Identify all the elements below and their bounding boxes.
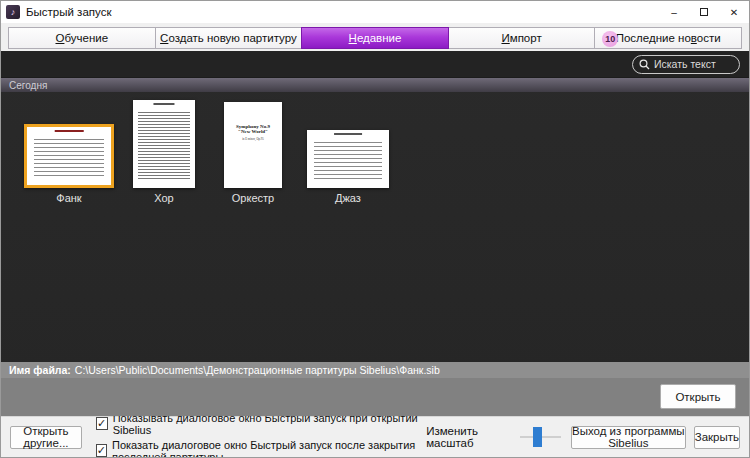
show-after-close-option[interactable]: ✓ Показать диалоговое окно Быстрый запус… (96, 439, 426, 458)
open-button[interactable]: Открыть (660, 384, 736, 409)
quick-start-dialog: ♪ Быстрый запуск – ✕ Обучение Создать но… (0, 0, 750, 458)
open-row: Открыть (1, 378, 749, 416)
zoom-label: Изменить масштаб (426, 425, 512, 449)
score-staff-decor (34, 139, 105, 177)
maximize-button[interactable] (689, 1, 719, 23)
list-item-jazz[interactable]: Джаз (299, 98, 397, 204)
checkbox-label: Показать диалоговое окно Быстрый запуск … (112, 439, 426, 458)
sibelius-app-icon: ♪ (6, 5, 20, 19)
tab-bar: Обучение Создать новую партитуру Недавни… (1, 23, 749, 51)
score-title-decor (334, 133, 362, 135)
thumbnail-label: Джаз (335, 192, 361, 204)
filename-label: Имя файла: (9, 364, 71, 376)
quit-sibelius-button[interactable]: Выход из программы Sibelius (571, 426, 686, 449)
close-button[interactable]: ✕ (719, 1, 749, 23)
filename-bar: Имя файла: C:\Users\Public\Documents\Дем… (1, 362, 749, 378)
tab-import[interactable]: Импорт (448, 27, 596, 49)
maximize-icon (700, 8, 708, 16)
zoom-slider-handle[interactable] (533, 427, 542, 447)
minimize-icon: – (671, 7, 677, 18)
checkbox-checked-icon[interactable]: ✓ (96, 444, 107, 457)
bottom-bar: Открыть другие... ✓ Показывать диалогово… (1, 416, 749, 457)
empty-area (1, 204, 749, 362)
thumbnail-label: Хор (154, 192, 173, 204)
list-item-funk[interactable]: Фанк (21, 98, 117, 204)
window-title: Быстрый запуск (26, 6, 111, 18)
score-staff-decor (314, 142, 383, 180)
score-title-page: Symphony No.9 "New World" in E minor, Op… (224, 124, 282, 141)
tab-learn[interactable]: Обучение (8, 27, 156, 49)
choir-thumbnail[interactable] (133, 100, 195, 188)
score-staff-decor (138, 112, 190, 180)
tab-latest-news[interactable]: 10 Последние новости (594, 27, 742, 49)
tab-recent[interactable]: Недавние (301, 27, 449, 49)
close-icon: ✕ (730, 7, 738, 18)
score-title-decor (153, 103, 174, 105)
thumbnail-label: Фанк (56, 192, 81, 204)
search-row (1, 51, 749, 77)
minimize-button[interactable]: – (659, 1, 689, 23)
funk-thumbnail[interactable] (24, 124, 114, 188)
checkbox-checked-icon[interactable]: ✓ (96, 417, 108, 430)
search-icon (639, 59, 650, 70)
tab-new-score[interactable]: Создать новую партитуру (155, 27, 303, 49)
close-dialog-button[interactable]: Закрыть (694, 426, 740, 449)
startup-options: ✓ Показывать диалоговое окно Быстрый зап… (96, 412, 426, 458)
recent-scores-panel: Сегодня Фанк Хор Sympho (1, 51, 749, 378)
filename-path: C:\Users\Public\Documents\Демонстрационн… (75, 364, 440, 376)
search-input[interactable] (654, 58, 733, 70)
orchestra-thumbnail[interactable]: Symphony No.9 "New World" in E minor, Op… (224, 102, 282, 188)
zoom-slider[interactable] (520, 427, 560, 447)
list-item-choir[interactable]: Хор (121, 98, 207, 204)
search-box[interactable] (632, 55, 740, 74)
thumbnail-label: Оркестр (232, 192, 274, 204)
score-title-decor (55, 130, 84, 132)
titlebar: ♪ Быстрый запуск – ✕ (1, 1, 749, 23)
news-count-badge: 10 (602, 31, 618, 47)
zoom-control: Изменить масштаб Выход из программы Sibe… (426, 425, 740, 449)
recent-files-list: Фанк Хор Symphony No.9 "New World" in E … (1, 92, 749, 204)
section-header-today: Сегодня (1, 77, 749, 92)
jazz-thumbnail[interactable] (307, 130, 389, 188)
list-item-orchestra[interactable]: Symphony No.9 "New World" in E minor, Op… (211, 98, 295, 204)
open-others-button[interactable]: Открыть другие... (10, 426, 82, 449)
